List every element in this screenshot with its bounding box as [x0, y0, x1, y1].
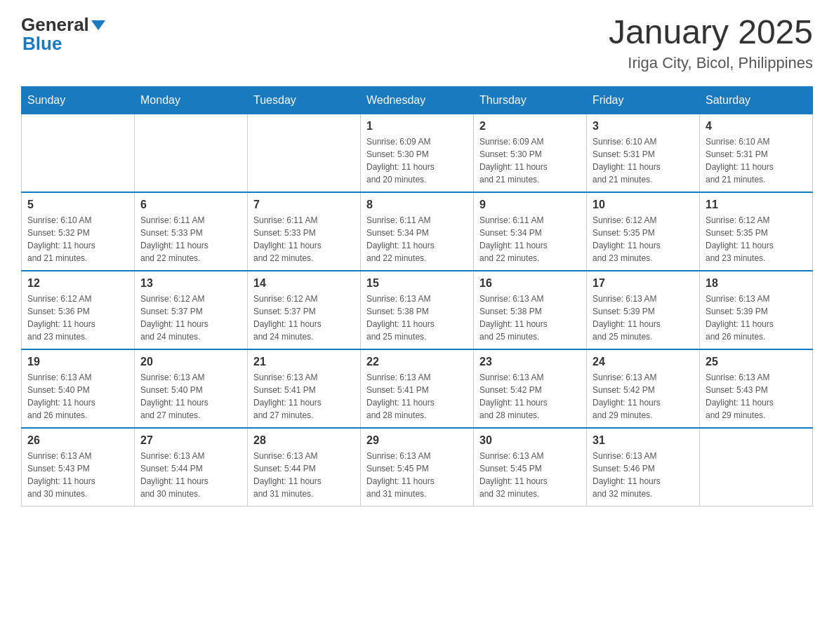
calendar-cell: 14Sunrise: 6:12 AMSunset: 5:37 PMDayligh… [248, 271, 361, 349]
calendar-header-monday: Monday [135, 86, 248, 114]
calendar-cell: 8Sunrise: 6:11 AMSunset: 5:34 PMDaylight… [361, 192, 474, 271]
day-number: 3 [593, 120, 694, 133]
day-number: 25 [706, 356, 807, 368]
day-info: Sunrise: 6:10 AMSunset: 5:32 PMDaylight:… [27, 214, 128, 264]
calendar-cell: 16Sunrise: 6:13 AMSunset: 5:38 PMDayligh… [474, 271, 587, 349]
calendar-week-row: 1Sunrise: 6:09 AMSunset: 5:30 PMDaylight… [22, 114, 813, 192]
day-info: Sunrise: 6:10 AMSunset: 5:31 PMDaylight:… [706, 135, 807, 186]
calendar-cell: 7Sunrise: 6:11 AMSunset: 5:33 PMDaylight… [248, 192, 361, 271]
calendar-cell: 4Sunrise: 6:10 AMSunset: 5:31 PMDaylight… [700, 114, 813, 192]
day-number: 15 [366, 277, 468, 290]
day-info: Sunrise: 6:13 AMSunset: 5:43 PMDaylight:… [706, 371, 807, 422]
calendar-cell: 28Sunrise: 6:13 AMSunset: 5:44 PMDayligh… [248, 428, 361, 507]
day-number: 31 [593, 434, 694, 447]
day-info: Sunrise: 6:12 AMSunset: 5:37 PMDaylight:… [140, 293, 241, 343]
calendar-cell: 13Sunrise: 6:12 AMSunset: 5:37 PMDayligh… [135, 271, 248, 349]
calendar-cell: 25Sunrise: 6:13 AMSunset: 5:43 PMDayligh… [700, 349, 813, 428]
calendar-cell: 17Sunrise: 6:13 AMSunset: 5:39 PMDayligh… [587, 271, 700, 349]
calendar-week-row: 12Sunrise: 6:12 AMSunset: 5:36 PMDayligh… [22, 271, 813, 349]
calendar-cell: 23Sunrise: 6:13 AMSunset: 5:42 PMDayligh… [474, 349, 587, 428]
day-info: Sunrise: 6:13 AMSunset: 5:44 PMDaylight:… [253, 450, 355, 500]
page-header: General Blue January 2025 Iriga City, Bi… [21, 14, 813, 72]
calendar-table: SundayMondayTuesdayWednesdayThursdayFrid… [21, 86, 813, 507]
day-info: Sunrise: 6:12 AMSunset: 5:36 PMDaylight:… [27, 293, 128, 343]
calendar-header-sunday: Sunday [22, 86, 135, 114]
calendar-cell: 31Sunrise: 6:13 AMSunset: 5:46 PMDayligh… [587, 428, 700, 507]
calendar-cell: 22Sunrise: 6:13 AMSunset: 5:41 PMDayligh… [361, 349, 474, 428]
day-info: Sunrise: 6:13 AMSunset: 5:42 PMDaylight:… [479, 371, 581, 422]
calendar-cell: 26Sunrise: 6:13 AMSunset: 5:43 PMDayligh… [22, 428, 135, 507]
day-number: 22 [366, 356, 468, 368]
calendar-cell: 19Sunrise: 6:13 AMSunset: 5:40 PMDayligh… [22, 349, 135, 428]
day-info: Sunrise: 6:13 AMSunset: 5:45 PMDaylight:… [366, 450, 468, 500]
day-number: 10 [593, 199, 694, 211]
day-number: 26 [27, 434, 128, 447]
calendar-cell: 15Sunrise: 6:13 AMSunset: 5:38 PMDayligh… [361, 271, 474, 349]
calendar-cell [22, 114, 135, 192]
title-section: January 2025 Iriga City, Bicol, Philippi… [609, 14, 813, 72]
day-number: 2 [479, 120, 581, 133]
day-info: Sunrise: 6:12 AMSunset: 5:35 PMDaylight:… [593, 214, 694, 264]
day-info: Sunrise: 6:13 AMSunset: 5:39 PMDaylight:… [706, 293, 807, 343]
day-info: Sunrise: 6:13 AMSunset: 5:42 PMDaylight:… [593, 371, 694, 422]
calendar-cell: 21Sunrise: 6:13 AMSunset: 5:41 PMDayligh… [248, 349, 361, 428]
month-year-title: January 2025 [609, 14, 813, 51]
calendar-cell: 24Sunrise: 6:13 AMSunset: 5:42 PMDayligh… [587, 349, 700, 428]
calendar-cell: 30Sunrise: 6:13 AMSunset: 5:45 PMDayligh… [474, 428, 587, 507]
day-number: 21 [253, 356, 355, 368]
day-info: Sunrise: 6:12 AMSunset: 5:37 PMDaylight:… [253, 293, 355, 343]
calendar-cell: 20Sunrise: 6:13 AMSunset: 5:40 PMDayligh… [135, 349, 248, 428]
calendar-week-row: 5Sunrise: 6:10 AMSunset: 5:32 PMDaylight… [22, 192, 813, 271]
calendar-cell: 1Sunrise: 6:09 AMSunset: 5:30 PMDaylight… [361, 114, 474, 192]
day-info: Sunrise: 6:10 AMSunset: 5:31 PMDaylight:… [593, 135, 694, 186]
day-number: 29 [366, 434, 468, 447]
calendar-cell: 10Sunrise: 6:12 AMSunset: 5:35 PMDayligh… [587, 192, 700, 271]
calendar-cell [248, 114, 361, 192]
day-info: Sunrise: 6:11 AMSunset: 5:34 PMDaylight:… [366, 214, 468, 264]
day-number: 7 [253, 199, 355, 211]
day-number: 6 [140, 199, 241, 211]
logo-triangle-icon [91, 20, 105, 30]
day-number: 20 [140, 356, 241, 368]
calendar-cell: 5Sunrise: 6:10 AMSunset: 5:32 PMDaylight… [22, 192, 135, 271]
day-info: Sunrise: 6:13 AMSunset: 5:43 PMDaylight:… [27, 450, 128, 500]
day-number: 1 [366, 120, 468, 133]
day-info: Sunrise: 6:11 AMSunset: 5:34 PMDaylight:… [479, 214, 581, 264]
day-number: 27 [140, 434, 241, 447]
calendar-header-tuesday: Tuesday [248, 86, 361, 114]
day-number: 18 [706, 277, 807, 290]
calendar-cell: 3Sunrise: 6:10 AMSunset: 5:31 PMDaylight… [587, 114, 700, 192]
day-number: 9 [479, 199, 581, 211]
day-number: 24 [593, 356, 694, 368]
logo: General Blue [21, 14, 105, 55]
day-info: Sunrise: 6:13 AMSunset: 5:46 PMDaylight:… [593, 450, 694, 500]
day-number: 19 [27, 356, 128, 368]
calendar-header-wednesday: Wednesday [361, 86, 474, 114]
day-info: Sunrise: 6:09 AMSunset: 5:30 PMDaylight:… [366, 135, 468, 186]
day-number: 5 [27, 199, 128, 211]
day-info: Sunrise: 6:13 AMSunset: 5:39 PMDaylight:… [593, 293, 694, 343]
day-info: Sunrise: 6:13 AMSunset: 5:38 PMDaylight:… [479, 293, 581, 343]
day-number: 23 [479, 356, 581, 368]
day-info: Sunrise: 6:09 AMSunset: 5:30 PMDaylight:… [479, 135, 581, 186]
day-number: 8 [366, 199, 468, 211]
calendar-cell: 9Sunrise: 6:11 AMSunset: 5:34 PMDaylight… [474, 192, 587, 271]
day-info: Sunrise: 6:13 AMSunset: 5:44 PMDaylight:… [140, 450, 241, 500]
calendar-cell: 2Sunrise: 6:09 AMSunset: 5:30 PMDaylight… [474, 114, 587, 192]
day-number: 4 [706, 120, 807, 133]
day-number: 11 [706, 199, 807, 211]
day-info: Sunrise: 6:11 AMSunset: 5:33 PMDaylight:… [140, 214, 241, 264]
day-info: Sunrise: 6:13 AMSunset: 5:38 PMDaylight:… [366, 293, 468, 343]
day-number: 28 [253, 434, 355, 447]
day-info: Sunrise: 6:13 AMSunset: 5:41 PMDaylight:… [366, 371, 468, 422]
calendar-header-row: SundayMondayTuesdayWednesdayThursdayFrid… [22, 86, 813, 114]
calendar-cell [700, 428, 813, 507]
calendar-cell: 6Sunrise: 6:11 AMSunset: 5:33 PMDaylight… [135, 192, 248, 271]
day-number: 14 [253, 277, 355, 290]
calendar-header-saturday: Saturday [700, 86, 813, 114]
calendar-header-friday: Friday [587, 86, 700, 114]
calendar-cell: 12Sunrise: 6:12 AMSunset: 5:36 PMDayligh… [22, 271, 135, 349]
day-info: Sunrise: 6:11 AMSunset: 5:33 PMDaylight:… [253, 214, 355, 264]
calendar-cell: 27Sunrise: 6:13 AMSunset: 5:44 PMDayligh… [135, 428, 248, 507]
day-number: 13 [140, 277, 241, 290]
